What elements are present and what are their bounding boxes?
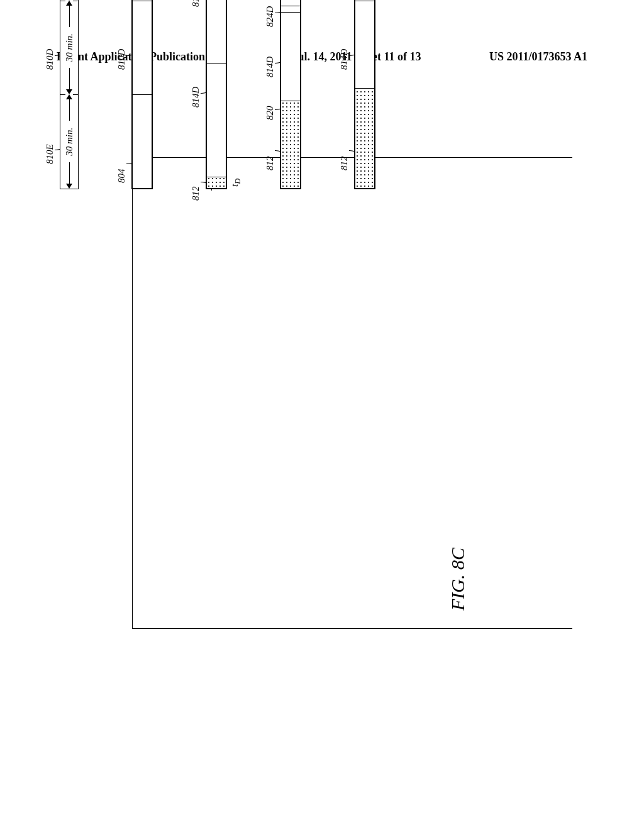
lbl4-814D: 814D	[265, 57, 275, 77]
figure-caption: FIG. 8C	[447, 548, 469, 611]
lbl2-810D: 810D	[116, 49, 127, 70]
lbl-810D: 810D	[45, 49, 55, 70]
row5-bar	[354, 0, 375, 189]
lbl3-814D: 814D	[191, 87, 201, 108]
lbl3-812: 812	[191, 187, 201, 201]
dim-e: 30 min.	[64, 128, 75, 156]
lbl-804: 804	[116, 169, 127, 184]
row3-bar	[206, 0, 227, 189]
lbl5-812: 812	[339, 157, 350, 171]
figure-content: 810E 810D 810C 810B 810A 30 min.	[45, 0, 472, 189]
row4-bar	[280, 0, 301, 189]
header-right: US 2011/0173653 A1	[489, 50, 587, 64]
row4: 812 820 814D 824D 814C 824C 814B 824B 81…	[265, 0, 301, 189]
row1-bar: 30 min. 30 min.	[60, 0, 79, 189]
dim-d: 30 min.	[64, 33, 75, 62]
row1: 810E 810D 810C 810B 810A 30 min.	[45, 0, 79, 189]
lbl-810E: 810E	[45, 144, 55, 164]
row5: 812 814D 814C 814B 814A	[339, 0, 375, 189]
td-label: tD	[230, 179, 243, 187]
lbl4-820: 820	[265, 106, 275, 121]
row2-bar	[131, 0, 153, 189]
lbl5-814D: 814D	[339, 49, 350, 70]
row3: 812 814D 814C 814B 814A tD	[191, 0, 227, 189]
lbl3-814C: 814C	[191, 0, 201, 7]
figure-frame: 810E 810D 810C 810B 810A 30 min.	[132, 157, 572, 629]
lbl4-812: 812	[265, 157, 275, 171]
lbl4-824D: 824D	[265, 6, 275, 27]
row2: 804 810D 810C 810B 810A	[116, 0, 153, 189]
